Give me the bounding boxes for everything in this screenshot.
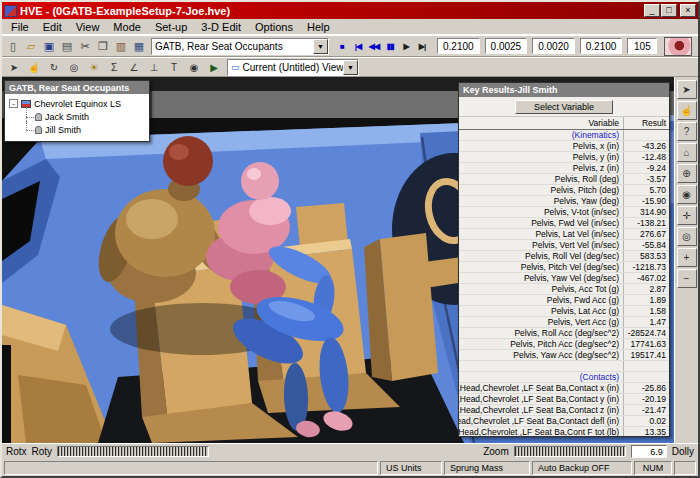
result-row: Pelvis, z (in) -9.24: [459, 163, 669, 174]
tree-item-occupant[interactable]: Jill Smith: [23, 123, 147, 136]
measure-icon[interactable]: ∠: [124, 59, 144, 76]
file-tool-group: ▯▱▣▤✂❐▥▦: [4, 37, 148, 55]
text-label-icon[interactable]: T: [164, 59, 184, 76]
view-tool-group: ➤☝↻◎☀Σ∠⊥T◉▶: [4, 59, 224, 76]
set-home-icon[interactable]: ⊕: [677, 164, 697, 183]
go-to-end-button[interactable]: ▶|: [414, 38, 430, 54]
go-to-start-button[interactable]: |◀: [350, 38, 366, 54]
time-value-field[interactable]: 0.2100: [437, 38, 480, 54]
menu-item[interactable]: 3-D Edit: [194, 19, 248, 34]
save-icon[interactable]: ▣: [40, 37, 58, 55]
axes-icon[interactable]: ⊥: [144, 59, 164, 76]
viewer-hand-icon[interactable]: ☝: [677, 101, 697, 120]
status-bar: US Units Sprung Mass Auto Backup OFF NUM: [2, 459, 698, 476]
rotate-icon[interactable]: ↻: [44, 59, 64, 76]
result-row: Head,Head,Chevrolet ,LF Seat Ba,Contact …: [459, 383, 669, 394]
stop-button[interactable]: ■: [334, 38, 350, 54]
window-controls: _ □ ×: [644, 4, 696, 17]
cut-icon[interactable]: ✂: [76, 37, 94, 55]
result-row: Pelvis, Pitch Acc (deg/sec^2) 17741.63: [459, 339, 669, 350]
open-folder-icon[interactable]: ▱: [22, 37, 40, 55]
menu-item[interactable]: Edit: [36, 19, 69, 34]
zoom-value-field[interactable]: 6.9: [631, 445, 667, 458]
maximize-button[interactable]: □: [661, 4, 677, 17]
render-viewport[interactable]: GATB, Rear Seat Occupants - Chevrolet Eq…: [2, 77, 674, 443]
menu-item[interactable]: View: [69, 19, 107, 34]
result-row: Pelvis, Fwd Vel (in/sec) -138.21: [459, 218, 669, 229]
camera-toggle-icon[interactable]: ◎: [677, 227, 697, 246]
pick-arrow-icon[interactable]: ➤: [677, 80, 697, 99]
select-variable-row: Select Variable: [459, 97, 669, 117]
result-row: Head,Head,Chevrolet ,LF Seat Ba,Cont F t…: [459, 427, 669, 436]
result-row: Pelvis, Roll Vel (deg/sec) 583.53: [459, 251, 669, 262]
time-value-field[interactable]: 0.0025: [485, 38, 528, 54]
result-row: Pelvis, Fwd Acc (g) 1.89: [459, 295, 669, 306]
menu-item[interactable]: Set-up: [148, 19, 194, 34]
zoom-thumbwheel[interactable]: [514, 446, 626, 457]
result-row: Pelvis, Vert Vel (in/sec) -55.84: [459, 240, 669, 251]
result-row: (Contacts): [459, 372, 669, 383]
pointer-icon[interactable]: ➤: [4, 59, 24, 76]
play-button[interactable]: ▶: [398, 38, 414, 54]
tree-panel-title[interactable]: GATB, Rear Seat Occupants: [5, 81, 149, 94]
print-icon[interactable]: ▤: [58, 37, 76, 55]
result-column-header: Result: [623, 117, 669, 129]
status-auto-backup: Auto Backup OFF: [532, 461, 632, 475]
camera-icon[interactable]: ◉: [184, 59, 204, 76]
time-value-field[interactable]: 0.2100: [580, 38, 623, 54]
menu-item[interactable]: Help: [300, 19, 337, 34]
pan-hand-icon[interactable]: ☝: [24, 59, 44, 76]
close-button[interactable]: ×: [680, 4, 696, 17]
tree-expander[interactable]: -: [9, 99, 18, 108]
main-area: GATB, Rear Seat Occupants - Chevrolet Eq…: [2, 77, 698, 443]
report-grid-icon[interactable]: ▦: [130, 37, 148, 55]
dropdown-arrow-icon[interactable]: ▼: [343, 60, 358, 75]
dropdown-arrow-icon[interactable]: ▼: [313, 39, 328, 54]
app-window: HVE - (0GATB-ExampleSetup-7-Joe.hve) _ □…: [0, 0, 700, 478]
dolly-label: Dolly: [672, 446, 694, 457]
main-toolbar: ▯▱▣▤✂❐▥▦ GATB, Rear Seat Occupants ▼ ■|◀…: [2, 35, 698, 57]
menu-item[interactable]: File: [4, 19, 36, 34]
movie-icon[interactable]: ▶: [204, 59, 224, 76]
select-variable-button[interactable]: Select Variable: [515, 100, 613, 114]
result-row: Pelvis, Pitch (deg) 5.70: [459, 185, 669, 196]
sum-icon[interactable]: Σ: [104, 59, 124, 76]
menu-item[interactable]: Mode: [106, 19, 148, 34]
result-row: (Kinematics): [459, 130, 669, 141]
pause-button[interactable]: ▮▮: [382, 38, 398, 54]
step-back-button[interactable]: ◀◀: [366, 38, 382, 54]
rotation-thumbwheel[interactable]: [57, 446, 209, 457]
zoom-in-icon[interactable]: +: [677, 248, 697, 267]
home-view-icon[interactable]: ⌂: [677, 143, 697, 162]
roty-label: Roty: [32, 446, 53, 457]
tree-item-vehicle[interactable]: - Chevrolet Equinox LS: [9, 97, 147, 110]
results-panel-title[interactable]: Key Results-Jill Smith: [459, 83, 669, 97]
time-value-field[interactable]: 105: [627, 38, 657, 54]
rotx-label: Rotx: [6, 446, 27, 457]
result-row: [459, 361, 669, 372]
result-row: Pelvis, Acc Tot (g) 2.87: [459, 284, 669, 295]
view-all-icon[interactable]: ◉: [677, 185, 697, 204]
key-results-panel: Key Results-Jill Smith Select Variable V…: [458, 82, 670, 437]
event-selector[interactable]: GATB, Rear Seat Occupants ▼: [151, 38, 329, 55]
tree-item-occupant[interactable]: Jack Smith: [23, 110, 147, 123]
result-row: Head,Head,Chevrolet ,LF Seat Ba,Contact …: [459, 405, 669, 416]
result-row: Pelvis, Roll (deg) -3.57: [459, 174, 669, 185]
light-icon[interactable]: ☀: [84, 59, 104, 76]
menu-item[interactable]: Options: [248, 19, 300, 34]
title-bar[interactable]: HVE - (0GATB-ExampleSetup-7-Joe.hve) _ □…: [2, 2, 698, 19]
paste-icon[interactable]: ▥: [112, 37, 130, 55]
time-value-field[interactable]: 0.0020: [532, 38, 575, 54]
playback-controls: ■|◀◀◀▮▮▶▶|: [334, 38, 430, 54]
status-end-panel: [674, 461, 696, 475]
view-selector[interactable]: ▭ Current (Untitled) View ▼: [227, 59, 359, 76]
new-file-icon[interactable]: ▯: [4, 37, 22, 55]
status-units: US Units: [380, 461, 442, 475]
zoom-tool-icon[interactable]: ◎: [64, 59, 84, 76]
minimize-button[interactable]: _: [644, 4, 660, 17]
copy-icon[interactable]: ❐: [94, 37, 112, 55]
help-icon[interactable]: ?: [677, 122, 697, 141]
seek-icon[interactable]: ✛: [677, 206, 697, 225]
menu-bar: FileEditViewModeSet-up3-D EditOptionsHel…: [2, 19, 698, 35]
zoom-out-icon[interactable]: −: [677, 269, 697, 288]
